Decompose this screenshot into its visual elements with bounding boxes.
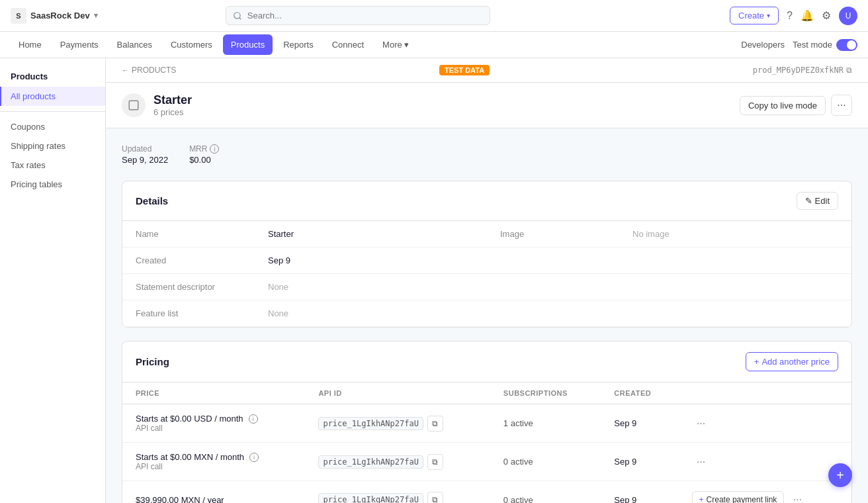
price-cell: $39,990.00 MXN / year (122, 481, 305, 504)
price-sub-label: API call (136, 462, 292, 471)
subscriptions-value: 0 active (503, 457, 533, 467)
edit-button[interactable]: ✎ Edit (797, 192, 838, 210)
pricing-title: Pricing (136, 356, 169, 367)
row-more-button[interactable]: ··· (692, 453, 711, 471)
nav-item-balances[interactable]: Balances (109, 34, 160, 55)
name-label: Name (122, 221, 255, 248)
actions-cell: + Create payment link··· (679, 481, 851, 504)
sidebar-item-all-products[interactable]: All products (0, 87, 105, 106)
empty-label-2 (487, 274, 619, 300)
nav-item-more[interactable]: More ▾ (374, 34, 417, 55)
sidebar-item-tax-rates[interactable]: Tax rates (0, 156, 105, 175)
product-header: Starter 6 prices Copy to live mode ··· (106, 83, 868, 128)
back-arrow-icon: ← (122, 66, 129, 74)
developers-link[interactable]: Developers (741, 40, 785, 50)
row-more-button[interactable]: ··· (788, 490, 806, 503)
metadata-row: Updated Sep 9, 2022 MRR i $0.00 (122, 144, 852, 165)
copy-to-live-button[interactable]: Copy to live mode (740, 96, 826, 115)
details-title: Details (136, 195, 168, 206)
help-icon[interactable]: ? (787, 10, 793, 22)
more-options-button[interactable]: ··· (831, 95, 852, 116)
price-cell: Starts at $0.00 USD / monthiAPI call (122, 404, 305, 443)
price-value: Starts at $0.00 USD / monthi (136, 414, 292, 424)
plus-icon: + (754, 357, 760, 367)
product-actions: Copy to live mode ··· (740, 95, 852, 116)
col-actions (679, 383, 851, 404)
sidebar-item-shipping-rates[interactable]: Shipping rates (0, 136, 105, 156)
pencil-icon: ✎ (805, 196, 812, 206)
subscriptions-cell: 0 active (490, 443, 601, 481)
price-info-icon[interactable]: i (249, 453, 259, 462)
table-row: Starts at $0.00 USD / monthiAPI callpric… (122, 404, 851, 443)
sidebar-item-pricing-tables[interactable]: Pricing tables (0, 175, 105, 194)
svg-rect-0 (129, 101, 138, 110)
product-name: Starter (153, 93, 192, 107)
nav-item-customers[interactable]: Customers (163, 34, 220, 55)
sidebar-header: Products (0, 69, 105, 87)
api-id-cell: price_1LgIkhANp27faU⧉ (305, 443, 490, 481)
logo-area[interactable]: S SaasRock Dev ▾ (11, 8, 98, 24)
pricing-section-header: Pricing + Add another price (122, 342, 851, 383)
secondary-nav: Home Payments Balances Customers Product… (0, 32, 868, 58)
breadcrumb-bar: ← PRODUCTS TEST DATA prod_MP6yDPEZ0xfkNR… (106, 58, 868, 83)
fab-button[interactable]: + (828, 463, 852, 487)
copy-api-id-button[interactable]: ⧉ (427, 416, 443, 432)
copy-api-id-button[interactable]: ⧉ (427, 492, 443, 503)
main-content: ← PRODUCTS TEST DATA prod_MP6yDPEZ0xfkNR… (106, 58, 868, 503)
col-created: CREATED (601, 383, 678, 404)
api-id-value: price_1LgIkhANp27faU (318, 455, 423, 469)
mrr-label: MRR i (189, 144, 219, 154)
nav-item-reports[interactable]: Reports (275, 34, 322, 55)
price-cell: Starts at $0.00 MXN / monthiAPI call (122, 443, 305, 481)
product-id: prod_MP6yDPEZ0xfkNR ⧉ (753, 66, 852, 75)
avatar[interactable]: U (839, 7, 857, 25)
price-info-icon[interactable]: i (249, 414, 258, 424)
empty-value-2 (619, 274, 851, 300)
subscriptions-value: 0 active (503, 495, 533, 504)
row-more-button[interactable]: ··· (692, 414, 711, 433)
pricing-section: Pricing + Add another price PRICE API ID… (122, 341, 852, 503)
bell-icon[interactable]: 🔔 (801, 9, 814, 22)
search-bar[interactable] (226, 6, 490, 25)
add-price-button[interactable]: + Add another price (746, 352, 838, 371)
feature-list-value: None (255, 300, 487, 327)
sidebar: Products All products Coupons Shipping r… (0, 58, 106, 503)
copy-api-id-button[interactable]: ⧉ (427, 454, 443, 470)
metadata-mrr: MRR i $0.00 (189, 144, 219, 165)
nav-item-products[interactable]: Products (223, 34, 273, 55)
subscriptions-value: 1 active (503, 418, 533, 428)
pricing-table-header-row: PRICE API ID SUBSCRIPTIONS CREATED (122, 383, 851, 404)
plus-icon: + (699, 495, 704, 503)
updated-label: Updated (122, 144, 168, 154)
col-subscriptions: SUBSCRIPTIONS (490, 383, 601, 404)
sidebar-item-coupons[interactable]: Coupons (0, 117, 105, 136)
created-value: Sep 9 (255, 248, 487, 274)
details-section: Details ✎ Edit Name Starter Image No ima… (122, 181, 852, 328)
nav-item-payments[interactable]: Payments (52, 34, 107, 55)
create-payment-link-button[interactable]: + Create payment link (692, 491, 785, 503)
nav-item-connect[interactable]: Connect (324, 34, 372, 55)
page-content: Updated Sep 9, 2022 MRR i $0.00 Details … (106, 128, 868, 503)
empty-label-3 (487, 300, 619, 327)
box-icon (128, 99, 140, 111)
image-value: No image (619, 221, 851, 248)
top-nav: S SaasRock Dev ▾ Create ▾ ? 🔔 ⚙ U (0, 0, 868, 32)
toggle-track[interactable] (836, 39, 857, 51)
statement-descriptor-value: None (255, 274, 487, 300)
page-layout: Products All products Coupons Shipping r… (0, 58, 868, 503)
subscriptions-cell: 0 active (490, 481, 601, 504)
gear-icon[interactable]: ⚙ (822, 9, 831, 22)
product-icon (122, 93, 146, 117)
api-id-cell: price_1LgIkhANp27faU⧉ (305, 404, 490, 443)
breadcrumb-link[interactable]: PRODUCTS (132, 66, 176, 75)
create-button[interactable]: Create ▾ (730, 7, 779, 24)
pricing-table: PRICE API ID SUBSCRIPTIONS CREATED Start… (122, 383, 851, 503)
logo-icon: S (11, 8, 26, 24)
feature-list-label: Feature list (122, 300, 255, 327)
test-mode-toggle[interactable]: Test mode (793, 39, 857, 51)
mrr-info-icon[interactable]: i (210, 144, 219, 154)
search-input[interactable] (226, 6, 490, 25)
table-row: $39,990.00 MXN / yearprice_1LgIkgANp27fa… (122, 481, 851, 504)
nav-item-home[interactable]: Home (11, 34, 50, 55)
copy-id-icon[interactable]: ⧉ (846, 66, 852, 75)
